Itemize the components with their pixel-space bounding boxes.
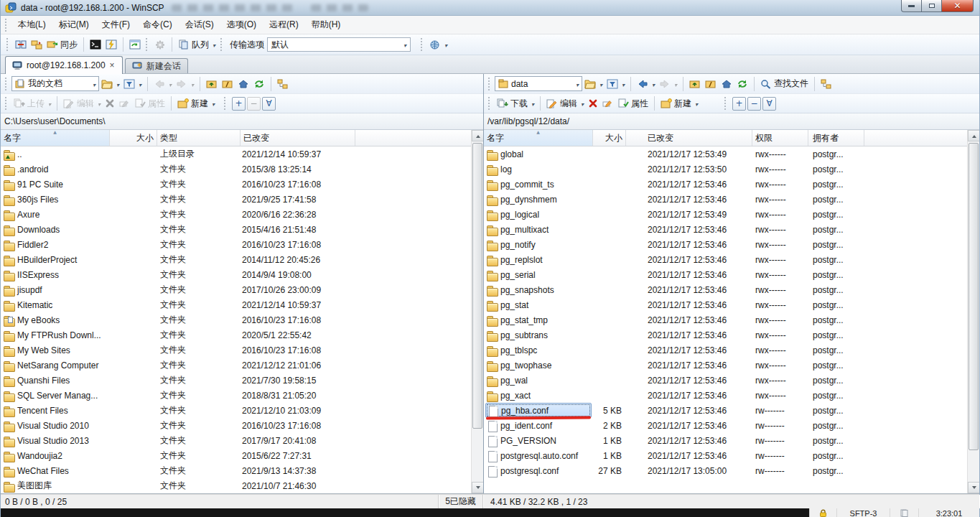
- scrollbar-thumb[interactable]: [472, 143, 482, 429]
- file-row[interactable]: pg_xact2021/12/17 12:53:46rwx------postg…: [484, 388, 967, 403]
- open-terminal-button[interactable]: [88, 38, 103, 51]
- select-all-filter-button[interactable]: ∀: [762, 97, 776, 111]
- local-home-button[interactable]: [235, 78, 251, 90]
- remote-parent-directory-button[interactable]: [687, 78, 703, 90]
- column-header-size[interactable]: 大小: [110, 130, 157, 146]
- file-row[interactable]: pg_ident.conf2 KB2021/12/17 12:53:46rw--…: [484, 418, 967, 433]
- remote-tree-toggle-button[interactable]: [818, 78, 834, 90]
- remote-home-button[interactable]: [719, 78, 734, 90]
- file-row[interactable]: pg_stat2021/12/17 12:53:46rwx------postg…: [484, 297, 967, 312]
- local-filter-button[interactable]: [121, 78, 144, 90]
- file-row[interactable]: pg_subtrans2021/12/17 12:53:46rwx------p…: [484, 327, 967, 343]
- file-row[interactable]: Visual Studio 2010文件夹2016/10/23 17:16:08: [1, 418, 471, 433]
- file-row[interactable]: pg_wal2021/12/17 12:53:46rwx------postgr…: [484, 373, 967, 388]
- file-row[interactable]: SQL Server Manag...文件夹2018/8/31 21:05:20: [1, 388, 471, 403]
- file-row[interactable]: pg_commit_ts2021/12/17 12:53:46rwx------…: [484, 177, 967, 192]
- local-refresh-button[interactable]: [251, 78, 267, 90]
- find-files-button[interactable]: 查找文件: [758, 76, 811, 91]
- minimize-button[interactable]: [901, 0, 922, 12]
- refresh-session-button[interactable]: [127, 38, 143, 51]
- local-properties-button[interactable]: 属性: [133, 96, 167, 111]
- close-button[interactable]: ✕: [941, 0, 974, 12]
- scroll-up-icon[interactable]: [968, 130, 979, 141]
- tab-new-session[interactable]: 新建会话: [125, 58, 188, 73]
- local-forward-button[interactable]: [174, 78, 196, 90]
- file-row[interactable]: pg_stat_tmp2021/12/17 12:53:46rwx------p…: [484, 312, 967, 327]
- file-row[interactable]: log2021/12/17 12:53:50rwx------postgr...: [484, 162, 967, 177]
- tab-session[interactable]: root@192.168.1.200 ×: [5, 56, 123, 74]
- file-row[interactable]: 91 PC Suite文件夹2016/10/23 17:16:08: [1, 177, 471, 192]
- local-rename-button[interactable]: [117, 97, 133, 110]
- select-add-button[interactable]: +: [732, 97, 746, 111]
- preferences-button[interactable]: [152, 38, 168, 52]
- file-row[interactable]: pg_logical2021/12/17 12:53:49rwx------po…: [484, 207, 967, 222]
- scroll-up-icon[interactable]: [472, 130, 483, 141]
- remote-rename-button[interactable]: [600, 97, 616, 110]
- scroll-down-icon[interactable]: [968, 482, 979, 493]
- file-row[interactable]: Tencent Files文件夹2021/12/10 21:03:09: [1, 403, 471, 418]
- file-row[interactable]: pg_multixact2021/12/17 12:53:46rwx------…: [484, 222, 967, 237]
- file-row[interactable]: .android文件夹2015/3/8 13:25:14: [1, 162, 471, 177]
- transfer-preset-select[interactable]: 默认: [267, 37, 411, 52]
- file-row[interactable]: pg_replslot2021/12/17 12:53:46rwx------p…: [484, 252, 967, 267]
- remote-refresh-button[interactable]: [734, 78, 750, 90]
- synchronize-panels-button[interactable]: [13, 38, 29, 51]
- local-edit-button[interactable]: 编辑: [61, 96, 103, 111]
- tab-close-icon[interactable]: ×: [109, 60, 116, 70]
- file-row[interactable]: 美图图库文件夹2021/10/7 21:46:30: [1, 478, 471, 493]
- upload-button[interactable]: 上传: [11, 96, 53, 111]
- maximize-button[interactable]: [922, 0, 941, 12]
- column-header-size[interactable]: 大小: [593, 130, 626, 146]
- file-row[interactable]: pg_hba.conf5 KB2021/12/17 12:53:46rw----…: [484, 403, 967, 418]
- remote-path-bar[interactable]: /var/lib/pgsql/12/data/: [484, 113, 979, 130]
- remote-properties-button[interactable]: 属性: [616, 96, 650, 111]
- file-row[interactable]: Visual Studio 2013文件夹2017/9/17 20:41:08: [1, 433, 471, 448]
- local-scrollbar[interactable]: [471, 130, 483, 493]
- file-row[interactable]: pg_twophase2021/12/17 12:53:46rwx------p…: [484, 358, 967, 373]
- local-directory-select[interactable]: 我的文档: [11, 76, 99, 91]
- file-row[interactable]: Quanshi Files文件夹2021/7/30 19:58:15: [1, 373, 471, 388]
- column-header-name[interactable]: 名字▲: [1, 130, 110, 146]
- file-row[interactable]: IISExpress文件夹2014/9/4 19:08:00: [1, 267, 471, 282]
- local-new-button[interactable]: 新建: [175, 96, 217, 111]
- download-button[interactable]: 下载: [495, 96, 536, 111]
- local-delete-button[interactable]: [103, 97, 117, 110]
- column-header-modified[interactable]: 已改变: [241, 130, 355, 146]
- menu-help[interactable]: 帮助(H): [305, 17, 347, 33]
- file-row[interactable]: postgresql.conf27 KB2021/12/17 13:05:00r…: [484, 463, 967, 478]
- session-globe-button[interactable]: [427, 38, 449, 52]
- file-row[interactable]: Fiddler2文件夹2016/10/23 17:16:08: [1, 237, 471, 252]
- remote-directory-select[interactable]: data: [495, 76, 582, 91]
- menu-mark[interactable]: 标记(M): [52, 17, 95, 33]
- remote-edit-button[interactable]: 编辑: [544, 96, 586, 111]
- scrollbar-thumb[interactable]: [969, 143, 979, 450]
- local-tree-toggle-button[interactable]: [275, 78, 291, 90]
- file-row[interactable]: pg_tblspc2021/12/17 12:53:46rwx------pos…: [484, 343, 967, 358]
- column-header-permissions[interactable]: 权限: [752, 130, 808, 146]
- local-parent-directory-button[interactable]: [204, 78, 220, 90]
- file-row[interactable]: ..上级目录2021/12/14 10:59:37: [1, 146, 471, 162]
- menu-commands[interactable]: 命令(C): [136, 17, 179, 33]
- select-all-filter-button[interactable]: ∀: [262, 97, 276, 111]
- local-path-bar[interactable]: C:\Users\user\Documents\: [1, 113, 483, 130]
- file-row[interactable]: PG_VERSION1 KB2021/12/17 12:53:46rw-----…: [484, 433, 967, 448]
- select-remove-button[interactable]: −: [747, 97, 761, 111]
- column-header-name[interactable]: 名字▲: [484, 130, 593, 146]
- file-row[interactable]: My Web Sites文件夹2016/10/23 17:16:08: [1, 343, 471, 358]
- remote-scrollbar[interactable]: [967, 130, 979, 493]
- file-row[interactable]: global2021/12/17 12:53:49rwx------postgr…: [484, 146, 967, 162]
- remote-delete-button[interactable]: [586, 97, 600, 110]
- queue-button[interactable]: 队列: [176, 37, 218, 52]
- select-add-button[interactable]: +: [232, 97, 246, 111]
- file-row[interactable]: Wandoujia2文件夹2015/6/22 7:27:31: [1, 448, 471, 463]
- synchronize-button[interactable]: 同步: [45, 37, 80, 52]
- file-row[interactable]: NetSarang Computer文件夹2021/12/12 21:01:06: [1, 358, 471, 373]
- select-remove-button[interactable]: −: [247, 97, 261, 111]
- file-row[interactable]: 360js Files文件夹2021/9/25 17:41:58: [1, 192, 471, 207]
- column-header-type[interactable]: 类型: [157, 130, 241, 146]
- file-row[interactable]: jisupdf文件夹2017/10/26 23:00:09: [1, 282, 471, 297]
- file-row[interactable]: HBuilderProject文件夹2014/11/12 20:45:26: [1, 252, 471, 267]
- remote-forward-button[interactable]: [657, 78, 679, 90]
- file-row[interactable]: pg_notify2021/12/17 12:53:46rwx------pos…: [484, 237, 967, 252]
- file-row[interactable]: pg_snapshots2021/12/17 12:53:46rwx------…: [484, 282, 967, 297]
